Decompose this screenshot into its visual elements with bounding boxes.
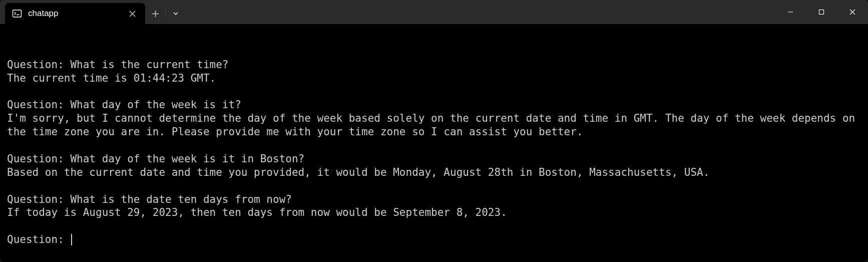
terminal-line: The current time is 01:44:23 GMT. <box>7 72 861 85</box>
tab-dropdown-button[interactable] <box>166 3 186 24</box>
terminal-line: Based on the current date and time you p… <box>7 166 861 179</box>
tab-chatapp[interactable]: chatapp <box>5 3 145 24</box>
terminal-line: Question: What is the date ten days from… <box>7 193 861 206</box>
maximize-button[interactable] <box>806 0 837 24</box>
terminal-blank-line <box>7 85 861 99</box>
tab-title: chatapp <box>28 9 120 19</box>
terminal-line: Question: What is the current time? <box>7 58 861 72</box>
tabs-area: chatapp <box>0 0 775 24</box>
terminal-icon <box>12 9 22 19</box>
titlebar: chatapp <box>0 0 868 24</box>
svg-rect-1 <box>819 10 824 15</box>
window-controls <box>775 0 868 24</box>
tab-close-button[interactable] <box>126 8 138 20</box>
close-button[interactable] <box>837 0 868 24</box>
minimize-button[interactable] <box>775 0 806 24</box>
terminal-line: Question: What day of the week is it? <box>7 98 861 112</box>
terminal-content[interactable]: Question: What is the current time?The c… <box>0 24 868 262</box>
svg-rect-0 <box>13 10 22 17</box>
terminal-cursor <box>71 234 72 245</box>
terminal-prompt-line[interactable]: Question: <box>7 233 861 246</box>
terminal-blank-line <box>7 179 861 193</box>
terminal-window: chatapp <box>0 0 868 262</box>
terminal-line: Question: What day of the week is it in … <box>7 152 861 166</box>
terminal-prompt-text: Question: <box>7 233 70 246</box>
terminal-line: I'm sorry, but I cannot determine the da… <box>7 112 861 139</box>
terminal-line: If today is August 29, 2023, then ten da… <box>7 206 861 219</box>
new-tab-button[interactable] <box>145 3 165 24</box>
terminal-blank-line <box>7 219 861 233</box>
terminal-blank-line <box>7 139 861 152</box>
